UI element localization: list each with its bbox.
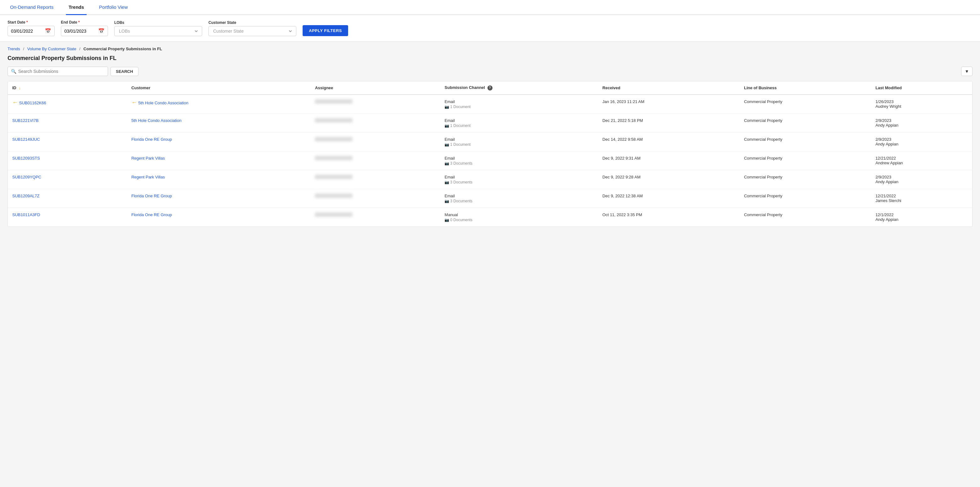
table-row: SUB1011A3FD Florida One RE Group Manual … [8,208,972,227]
breadcrumb-current: Commercial Property Submissions in FL [83,46,162,51]
customer-link[interactable]: Florida One RE Group [131,137,172,142]
cell-customer: Florida One RE Group [127,208,310,227]
lobs-label: LOBs [114,21,202,25]
customer-link[interactable]: 5th Hole Condo Association [138,101,188,105]
customer-link[interactable]: Florida One RE Group [131,212,172,217]
tab-on-demand-reports[interactable]: On-Demand Reports [8,0,56,15]
table-row: SUB1209AL7Z Florida One RE Group Email 📷… [8,189,972,208]
search-input-wrap[interactable]: 🔍 [8,67,108,76]
assignee-value [315,193,353,198]
breadcrumb-volume-by-state[interactable]: Volume By Customer State [27,46,76,51]
col-header-assignee: Assignee [310,81,440,94]
tab-trends[interactable]: Trends [66,0,86,15]
cell-channel: Email 📷1 Document [440,94,598,114]
end-date-required: * [77,20,80,24]
channel-type: Email [444,193,593,198]
arrow-annotation: ← [12,99,18,105]
channel-documents: 📷3 Documents [444,180,593,184]
cell-lob: Commercial Property [740,113,871,132]
modifier-name: Andy Appian [875,217,968,222]
assignee-value [315,118,353,123]
cell-customer: Regent Park Villas [127,151,310,170]
submission-id-link[interactable]: SUB1011A3FD [12,212,40,217]
modified-date: 2/9/2023 [875,118,968,123]
sort-icon-id[interactable]: ↓ [19,85,21,90]
customer-link[interactable]: Regent Park Villas [131,175,165,179]
clip-icon: 📷 [444,142,449,147]
breadcrumb-trends[interactable]: Trends [8,46,20,51]
submission-id-link[interactable]: SUB1209YQPC [12,175,41,179]
filter-icon-button[interactable]: ▼ [961,67,972,76]
breadcrumb-sep-2: / [80,46,81,51]
customer-state-group: Customer State Customer State [208,21,296,36]
start-date-input-wrap[interactable]: 📅 [8,26,55,36]
modified-date: 1/26/2023 [875,99,968,104]
cell-id: ←SUB01162K66 [8,94,127,114]
lobs-select-wrap[interactable]: LOBs [114,26,202,36]
cell-id: SUB1209AL7Z [8,189,127,208]
submission-id-link[interactable]: SUB1209AL7Z [12,193,40,198]
start-date-calendar-icon[interactable]: 📅 [45,28,51,34]
channel-documents: 📷1 Document [444,142,593,147]
cell-received: Dec 9, 2022 12:38 AM [598,189,740,208]
start-date-input[interactable] [11,29,42,34]
submission-id-link[interactable]: SUB12149JUC [12,137,40,142]
channel-documents: 📷1 Document [444,105,593,109]
table-row: SUB12093STS Regent Park Villas Email 📷3 … [8,151,972,170]
cell-modified: 2/9/2023 Andy Appian [871,170,972,189]
cell-received: Dec 14, 2022 9:58 AM [598,132,740,151]
table-header-row: ID ↓ Customer Assignee Submission Channe… [8,81,972,94]
search-input[interactable] [18,69,100,74]
modifier-name: James Sterchi [875,198,968,203]
channel-info-icon[interactable]: ? [487,85,493,91]
end-date-group: End Date * 📅 [61,20,108,36]
col-header-customer: Customer [127,81,310,94]
page-title: Commercial Property Submissions in FL [8,55,972,62]
cell-assignee [310,189,440,208]
clip-icon: 📷 [444,123,449,128]
cell-id: SUB1209YQPC [8,170,127,189]
cell-received: Jan 16, 2023 11:21 AM [598,94,740,114]
end-date-input[interactable] [64,29,96,34]
channel-type: Email [444,137,593,142]
start-date-group: Start Date * 📅 [8,20,55,36]
breadcrumb: Trends / Volume By Customer State / Comm… [8,46,972,51]
assignee-value [315,156,353,160]
clip-icon: 📷 [444,105,449,109]
cell-customer: Florida One RE Group [127,189,310,208]
end-date-label: End Date * [61,20,108,24]
submission-id-link[interactable]: SUB12093STS [12,156,40,161]
search-button[interactable]: SEARCH [110,67,138,76]
cell-assignee [310,170,440,189]
customer-state-select[interactable]: Customer State [212,28,293,34]
cell-lob: Commercial Property [740,208,871,227]
submission-id-link[interactable]: SUB1221VI7B [12,118,38,123]
cell-modified: 12/21/2022 Andrew Appian [871,151,972,170]
channel-type: Email [444,175,593,179]
cell-assignee [310,113,440,132]
modifier-name: Andy Appian [875,123,968,128]
cell-customer: ←5th Hole Condo Association [127,94,310,114]
search-icon: 🔍 [11,69,16,74]
end-date-calendar-icon[interactable]: 📅 [98,28,105,34]
customer-link[interactable]: Regent Park Villas [131,156,165,161]
cell-received: Dec 9, 2022 9:28 AM [598,170,740,189]
table-row: ←SUB01162K66 ←5th Hole Condo Association… [8,94,972,114]
channel-documents: 📷3 Documents [444,161,593,166]
cell-id: SUB12149JUC [8,132,127,151]
lobs-select[interactable]: LOBs [118,28,199,34]
submission-id-link[interactable]: SUB01162K66 [19,101,46,105]
cell-received: Dec 21, 2022 5:18 PM [598,113,740,132]
tab-portfolio-view[interactable]: Portfolio View [97,0,130,15]
channel-type: Email [444,156,593,161]
channel-documents: 📷3 Documents [444,199,593,203]
end-date-input-wrap[interactable]: 📅 [61,26,108,36]
customer-state-select-wrap[interactable]: Customer State [208,26,296,36]
start-date-label: Start Date * [8,20,55,24]
assignee-value [315,212,353,217]
cell-received: Oct 11, 2022 3:35 PM [598,208,740,227]
customer-state-label: Customer State [208,21,296,25]
customer-link[interactable]: Florida One RE Group [131,193,172,198]
apply-filters-button[interactable]: APPLY FILTERS [302,25,348,36]
customer-link[interactable]: 5th Hole Condo Association [131,118,181,123]
